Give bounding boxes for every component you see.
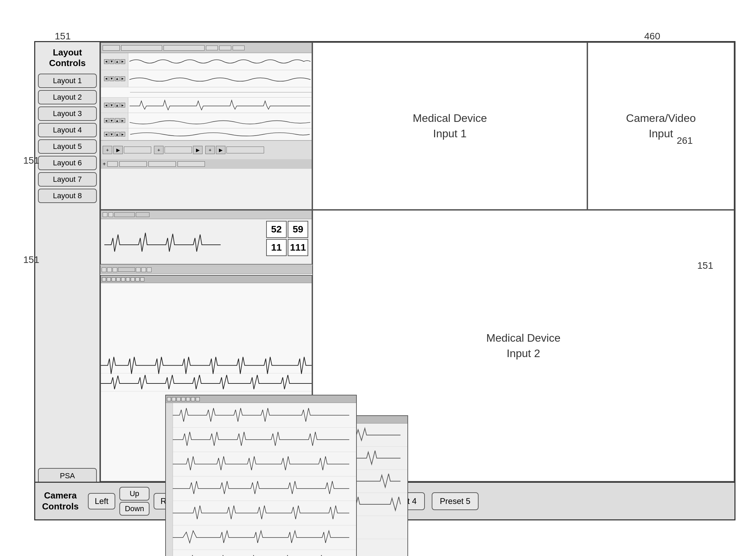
layout-6-button[interactable]: Layout 6 (38, 156, 97, 170)
flat-line-row (101, 87, 312, 98)
monitor-top-rect-1 (103, 45, 120, 51)
preset-5-button[interactable]: Preset 5 (432, 492, 479, 510)
wf-ctrl-3[interactable] (112, 277, 116, 281)
ecg-ctrl-2[interactable] (108, 212, 113, 217)
ref-261: 261 (677, 135, 693, 146)
ctrl-btn-2a[interactable]: ◄ (104, 76, 109, 81)
svg-rect-13 (166, 525, 173, 549)
row-controls-2: ◄ ▼ ▲ ► (101, 70, 128, 87)
wf-ctrl-6[interactable] (126, 277, 130, 281)
ref-151-mid: 151 (23, 155, 39, 166)
medical-input-1-panel: Medical Device Input 1 (312, 42, 587, 210)
ctrl-btn-2d[interactable]: ► (120, 76, 125, 81)
footer-item-1 (107, 161, 118, 167)
ctrl-btn-1c[interactable]: ▲ (115, 59, 120, 64)
wf-ctrl-8[interactable] (135, 277, 140, 281)
ctrl-group-2: + ▶ (154, 146, 203, 154)
layout-7-button[interactable]: Layout 7 (38, 172, 97, 187)
wf2-content (166, 403, 356, 556)
ctrl-btn-4c[interactable]: ▲ (115, 118, 120, 123)
ctrl-btn-3c[interactable]: ▲ (115, 103, 120, 108)
ctrl-btn-5c[interactable]: ▲ (115, 132, 120, 137)
row-controls-3: ◄ ▼ ▲ ► (101, 98, 128, 113)
ctrl-btn-3b[interactable]: ▼ (109, 103, 114, 108)
ctrl-btn-arrow-1[interactable]: ▶ (113, 146, 123, 154)
numeric-box: 52 59 11 111 (266, 221, 308, 256)
camera-controls-title: Camera Controls (40, 489, 80, 513)
ecg-ctrl-bar-5[interactable] (141, 267, 146, 272)
ctrl-btn-arrow-2[interactable]: ▶ (193, 146, 203, 154)
layout-4-button[interactable]: Layout 4 (38, 123, 97, 137)
ecg-ctrl-bar-wide (118, 267, 135, 272)
layout-1-button[interactable]: Layout 1 (38, 74, 97, 88)
up-button[interactable]: Up (119, 487, 149, 501)
ctrl-group-3: + ▶ (205, 146, 264, 154)
ctrl-btn-plus-3[interactable]: + (205, 146, 215, 154)
ctrl-btn-plus-2[interactable]: + (154, 146, 164, 154)
layout-8-button[interactable]: Layout 8 (38, 189, 97, 203)
wf2-ctrl-7[interactable] (196, 397, 200, 401)
ecg-top-panel: 52 59 11 111 (100, 210, 312, 265)
ctrl-btn-5a[interactable]: ◄ (104, 132, 109, 137)
wf2-ctrl-2[interactable] (172, 397, 176, 401)
ctrl-btn-3d[interactable]: ► (120, 103, 125, 108)
ctrl-btn-2b[interactable]: ▼ (109, 76, 114, 81)
layout-2-button[interactable]: Layout 2 (38, 90, 97, 104)
ctrl-btn-3a[interactable]: ◄ (104, 103, 109, 108)
ecg-top-bar (101, 211, 312, 219)
wf-ctrl-9[interactable] (140, 277, 144, 281)
ctrl-group-1: + ▶ (103, 146, 151, 154)
left-button[interactable]: Left (88, 493, 115, 509)
wf2-ctrl-4[interactable] (181, 397, 185, 401)
monitor-display: ◄ ▼ ▲ ► ◄ ▼ ▲ (100, 42, 312, 210)
wf2-ctrl-5[interactable] (186, 397, 190, 401)
bottom-row: 52 59 11 111 (100, 210, 734, 482)
footer-item-3 (148, 161, 176, 167)
ctrl-btn-plus-1[interactable]: + (103, 146, 112, 154)
waveform-row-5: ◄ ▼ ▲ ► (101, 128, 312, 140)
content-area: ◄ ▼ ▲ ► ◄ ▼ ▲ (100, 42, 734, 482)
layout-3-button[interactable]: Layout 3 (38, 106, 97, 121)
medical-input-1-label: Medical Device Input 1 (413, 111, 487, 141)
ecg-ctrl-bar-6[interactable] (147, 267, 152, 272)
ecg-ctrl-bar-2[interactable] (107, 267, 112, 272)
wf-ctrl-4[interactable] (116, 277, 120, 281)
ctrl-btn-5b[interactable]: ▼ (109, 132, 114, 137)
ctrl-btn-1b[interactable]: ▼ (109, 59, 114, 64)
ctrl-btn-5d[interactable]: ► (120, 132, 125, 137)
top-row: ◄ ▼ ▲ ► ◄ ▼ ▲ (100, 42, 734, 210)
ecg-ctrl-bar-4[interactable] (136, 267, 141, 272)
ref-151-right: 151 (697, 260, 713, 271)
ecg-ctrl-1[interactable] (103, 212, 107, 217)
waveform-row-3: ◄ ▼ ▲ ► (101, 98, 312, 113)
num-52: 52 (266, 221, 287, 238)
ctrl-btn-4d[interactable]: ► (120, 118, 125, 123)
ecg-ctrl-bar-1[interactable] (102, 267, 106, 272)
wf-ctrl-1[interactable] (102, 277, 106, 281)
down-button[interactable]: Down (119, 502, 149, 516)
wf2-ctrl-6[interactable] (191, 397, 195, 401)
ctrl-btn-arrow-3[interactable]: ▶ (216, 146, 225, 154)
footer-plus[interactable]: + (103, 161, 106, 167)
medical-input-2-label: Medical Device Input 2 (486, 330, 561, 361)
ctrl-btn-2c[interactable]: ▲ (115, 76, 120, 81)
wf2-ctrl-1[interactable] (167, 397, 171, 401)
layout-5-button[interactable]: Layout 5 (38, 139, 97, 154)
monitor-top-rect-4 (206, 46, 218, 50)
waveform-area-3 (128, 98, 312, 113)
monitor-top-rect-3 (164, 45, 205, 51)
ctrl-btn-4a[interactable]: ◄ (104, 118, 109, 123)
wf-ctrl-2[interactable] (107, 277, 111, 281)
ctrl-bar-3 (226, 147, 264, 153)
row-controls-1: ◄ ▼ ▲ ► (101, 53, 128, 70)
wf-ctrl-5[interactable] (121, 277, 125, 281)
ref-460: 460 (644, 31, 660, 42)
footer-item-4 (178, 161, 205, 167)
wf-ctrl-7[interactable] (131, 277, 135, 281)
ctrl-btn-1a[interactable]: ◄ (104, 59, 109, 64)
waveform-row-2: ◄ ▼ ▲ ► (101, 70, 312, 87)
ctrl-btn-4b[interactable]: ▼ (109, 118, 114, 123)
wf2-ctrl-3[interactable] (177, 397, 181, 401)
ctrl-btn-1d[interactable]: ► (120, 59, 125, 64)
ecg-ctrl-bar-3[interactable] (113, 267, 117, 272)
